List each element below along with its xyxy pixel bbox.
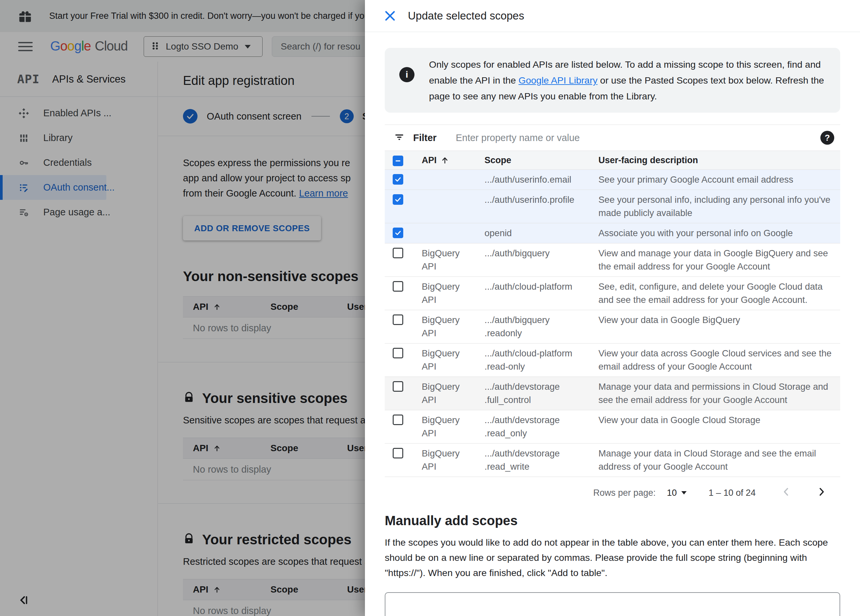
api-cell: BigQuery API bbox=[422, 280, 485, 306]
pagination: Rows per page: 10 1 – 10 of 24 bbox=[385, 477, 840, 509]
scope-row[interactable]: BigQuery API.../auth/cloud-platform.read… bbox=[385, 344, 840, 377]
scope-row[interactable]: BigQuery API.../auth/devstorage.full_con… bbox=[385, 377, 840, 410]
select-all-checkbox[interactable] bbox=[393, 156, 403, 166]
description-cell: View and manage your data in Google BigQ… bbox=[598, 247, 840, 273]
description-cell: See your primary Google Account email ad… bbox=[598, 173, 840, 186]
pagination-range: 1 – 10 of 24 bbox=[708, 488, 756, 498]
help-icon[interactable]: ? bbox=[820, 131, 834, 145]
next-page-icon[interactable] bbox=[816, 486, 827, 500]
sort-ascending-icon bbox=[441, 156, 449, 165]
filter-icon bbox=[394, 132, 405, 144]
update-scopes-panel: Update selected scopes i Only scopes for… bbox=[365, 0, 860, 616]
chevron-down-icon bbox=[681, 491, 687, 495]
api-cell bbox=[422, 226, 485, 240]
checkbox-checked[interactable] bbox=[393, 228, 403, 238]
scope-cell: .../auth/bigquery bbox=[485, 247, 598, 273]
scope-row[interactable]: BigQuery API.../auth/bigqueryView and ma… bbox=[385, 244, 840, 277]
checkbox-unchecked[interactable] bbox=[393, 348, 403, 358]
checkbox-unchecked[interactable] bbox=[393, 448, 403, 459]
filter-bar: Filter ? bbox=[385, 125, 840, 151]
checkbox-unchecked[interactable] bbox=[393, 281, 403, 292]
checkbox-unchecked[interactable] bbox=[393, 248, 403, 258]
scope-row[interactable]: BigQuery API.../auth/cloud-platformSee, … bbox=[385, 277, 840, 310]
scope-row[interactable]: BigQuery API.../auth/bigquery.readonlyVi… bbox=[385, 310, 840, 344]
scope-cell: .../auth/cloud-platform bbox=[485, 280, 598, 306]
description-cell: View your data in Google Cloud Storage bbox=[598, 413, 840, 440]
checkbox-checked[interactable] bbox=[393, 194, 403, 205]
scope-row[interactable]: .../auth/userinfo.profileSee your person… bbox=[385, 190, 840, 223]
scope-cell: .../auth/cloud-platform.read-only bbox=[485, 347, 598, 373]
api-cell: BigQuery API bbox=[422, 313, 485, 340]
scope-cell: .../auth/devstorage.full_control bbox=[485, 380, 598, 407]
scope-cell: .../auth/userinfo.profile bbox=[485, 193, 598, 220]
checkbox-unchecked[interactable] bbox=[393, 415, 403, 425]
panel-title: Update selected scopes bbox=[408, 9, 524, 22]
api-cell bbox=[422, 173, 485, 186]
column-description[interactable]: User-facing description bbox=[598, 155, 840, 165]
checkbox-unchecked[interactable] bbox=[393, 381, 403, 392]
description-cell: See your personal info, including any pe… bbox=[598, 193, 840, 220]
checkbox-unchecked[interactable] bbox=[393, 314, 403, 325]
manually-add-scopes-help: If the scopes you would like to add do n… bbox=[385, 535, 840, 580]
api-cell: BigQuery API bbox=[422, 380, 485, 407]
checkbox-checked[interactable] bbox=[393, 174, 403, 185]
description-cell: Manage your data and permissions in Clou… bbox=[598, 380, 840, 407]
scope-cell: .../auth/devstorage.read_only bbox=[485, 413, 598, 440]
api-cell bbox=[422, 193, 485, 220]
scope-row[interactable]: BigQuery API.../auth/devstorage.read_wri… bbox=[385, 443, 840, 477]
info-banner: i Only scopes for enabled APIs are liste… bbox=[385, 48, 840, 113]
column-api[interactable]: API bbox=[422, 155, 436, 165]
api-cell: BigQuery API bbox=[422, 413, 485, 440]
rows-per-page-label: Rows per page: bbox=[593, 488, 656, 498]
api-cell: BigQuery API bbox=[422, 447, 485, 473]
scope-row[interactable]: .../auth/userinfo.emailSee your primary … bbox=[385, 170, 840, 190]
filter-input[interactable] bbox=[455, 132, 820, 144]
scope-cell: .../auth/bigquery.readonly bbox=[485, 313, 598, 340]
description-cell: View your data in Google BigQuery bbox=[598, 313, 840, 340]
description-cell: Manage your data in Cloud Storage and se… bbox=[598, 447, 840, 473]
scope-row[interactable]: BigQuery API.../auth/devstorage.read_onl… bbox=[385, 410, 840, 443]
scope-cell: .../auth/userinfo.email bbox=[485, 173, 598, 186]
scope-cell: openid bbox=[485, 226, 598, 240]
description-cell: View your data across Google Cloud servi… bbox=[598, 347, 840, 373]
manually-add-scopes-title: Manually add scopes bbox=[385, 513, 840, 528]
description-cell: Associate you with your personal info on… bbox=[598, 226, 840, 240]
google-api-library-link[interactable]: Google API Library bbox=[518, 75, 598, 86]
scope-cell: .../auth/devstorage.read_write bbox=[485, 447, 598, 473]
info-icon: i bbox=[399, 67, 414, 82]
api-cell: BigQuery API bbox=[422, 247, 485, 273]
panel-header: Update selected scopes bbox=[365, 0, 860, 32]
scopes-table-header: API Scope User-facing description bbox=[385, 151, 840, 170]
rows-per-page-select[interactable]: 10 bbox=[667, 488, 687, 498]
filter-label: Filter bbox=[413, 132, 436, 143]
scopes-table: API Scope User-facing description .../au… bbox=[385, 151, 840, 477]
manual-scopes-textarea[interactable] bbox=[385, 592, 840, 616]
scope-row[interactable]: openidAssociate you with your personal i… bbox=[385, 223, 840, 244]
close-icon[interactable] bbox=[383, 9, 397, 23]
api-cell: BigQuery API bbox=[422, 347, 485, 373]
info-text: Only scopes for enabled APIs are listed … bbox=[429, 57, 825, 104]
column-scope[interactable]: Scope bbox=[485, 155, 598, 165]
previous-page-icon[interactable] bbox=[781, 486, 792, 500]
description-cell: See, edit, configure, and delete your Go… bbox=[598, 280, 840, 306]
